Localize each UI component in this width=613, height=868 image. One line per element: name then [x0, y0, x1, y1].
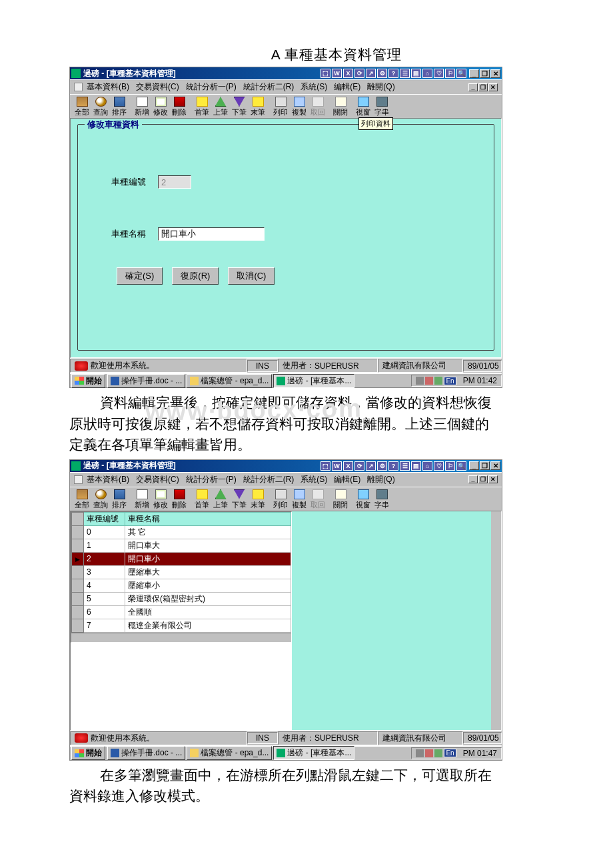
- systray-icon[interactable]: [425, 377, 433, 385]
- mdi-close-button[interactable]: ✕: [488, 83, 498, 91]
- toolbar-next-button[interactable]: 下筆: [230, 96, 249, 118]
- vehicle-name-input[interactable]: [158, 227, 265, 241]
- menu-stat1[interactable]: 統計分析一(P): [186, 81, 237, 93]
- menu-edit[interactable]: 編輯(E): [334, 474, 360, 485]
- toolbar-print-button[interactable]: 列印: [271, 489, 290, 511]
- close-button[interactable]: ✕: [490, 69, 500, 78]
- minimize-button[interactable]: _: [469, 461, 479, 470]
- toolbar-query-button[interactable]: 查詢: [91, 489, 110, 511]
- toolbar-first-button[interactable]: 首筆: [193, 96, 211, 118]
- toolbar-add-button[interactable]: 新增: [133, 489, 151, 511]
- systray-icon[interactable]: [434, 749, 442, 757]
- toolbar-sort-button[interactable]: 排序: [110, 489, 129, 511]
- menu-edit[interactable]: 編輯(E): [334, 81, 360, 93]
- close-button[interactable]: ✕: [490, 461, 500, 470]
- menu-trade[interactable]: 交易資料(C): [136, 81, 179, 93]
- col-header-id[interactable]: 車種編號: [84, 512, 125, 525]
- table-row[interactable]: 5榮運環保(箱型密封式): [72, 592, 291, 605]
- row-header: [72, 605, 84, 619]
- toolbar-del-button[interactable]: 刪除: [170, 489, 189, 511]
- systray-icon[interactable]: [425, 749, 433, 757]
- toolbar-view-button[interactable]: 視窗: [354, 96, 372, 118]
- menu-system[interactable]: 系統(S): [301, 474, 327, 485]
- status-user: SUPERUSR: [314, 733, 359, 743]
- toolbar-all-button[interactable]: 全部: [73, 96, 91, 118]
- toolbar-mod-button[interactable]: 修改: [151, 489, 170, 511]
- copy-icon: [294, 489, 305, 499]
- menu-system[interactable]: 系統(S): [301, 81, 327, 93]
- toolbar-view-button[interactable]: 視窗: [354, 489, 372, 511]
- systray-icon[interactable]: [416, 377, 424, 385]
- mdi-icon[interactable]: [74, 475, 83, 484]
- col-header-name[interactable]: 車種名稱: [125, 512, 291, 525]
- toolbar-font-button[interactable]: 字串: [372, 489, 391, 511]
- toolbar-add-button[interactable]: 新增: [133, 96, 151, 118]
- toolbar-next-button[interactable]: 下筆: [230, 489, 249, 511]
- taskbar-task-button[interactable]: 過磅 - [車種基本...: [273, 374, 354, 388]
- taskbar-task-button[interactable]: 檔案總管 - epa_d...: [187, 374, 272, 388]
- start-button[interactable]: 開始: [71, 374, 105, 388]
- toolbar-last-button[interactable]: 末筆: [249, 489, 267, 511]
- systray-icon[interactable]: [434, 377, 442, 385]
- toolbar-closef-button[interactable]: 關閉: [331, 489, 350, 511]
- minimize-button[interactable]: _: [469, 69, 479, 78]
- toolbar-prev-button[interactable]: 上筆: [211, 96, 230, 118]
- ok-button[interactable]: 確定(S): [117, 267, 163, 285]
- ime-indicator[interactable]: En: [444, 377, 456, 385]
- menu-basic[interactable]: 基本資料(B): [87, 474, 129, 485]
- mdi-minimize-button[interactable]: _: [468, 83, 478, 91]
- mdi-restore-button[interactable]: ❐: [478, 83, 488, 91]
- table-row[interactable]: 6全國順: [72, 605, 291, 619]
- toolbar-mod-button[interactable]: 修改: [151, 96, 170, 118]
- maximize-button[interactable]: ❐: [480, 69, 490, 78]
- window-controls[interactable]: _ ❐ ✕: [469, 461, 500, 470]
- copy-icon: [294, 97, 305, 107]
- cell-name: 開口車大: [125, 539, 291, 552]
- toolbar-print-button[interactable]: 列印: [271, 96, 290, 118]
- toolbar-closef-button[interactable]: 關閉: [331, 96, 350, 118]
- taskbar-task-button[interactable]: 操作手冊.doc - ...: [107, 746, 185, 760]
- restore-button[interactable]: 復原(R): [172, 267, 219, 285]
- mdi-close-button[interactable]: ✕: [488, 475, 498, 483]
- menu-stat2[interactable]: 統計分析二(R): [243, 474, 295, 485]
- toolbar-copy-button[interactable]: 複製: [290, 96, 308, 118]
- menu-stat2[interactable]: 統計分析二(R): [243, 81, 295, 93]
- cancel-button[interactable]: 取消(C): [228, 267, 275, 285]
- systray-icon[interactable]: [416, 749, 424, 757]
- toolbar-sort-button[interactable]: 排序: [110, 96, 129, 118]
- table-row[interactable]: 7穩達企業有限公司: [72, 619, 291, 632]
- taskbar-task-button[interactable]: 過磅 - [車種基本...: [273, 746, 354, 760]
- table-row[interactable]: 2開口車小: [72, 552, 291, 565]
- menu-basic[interactable]: 基本資料(B): [87, 81, 129, 93]
- maximize-button[interactable]: ❐: [480, 461, 490, 470]
- menu-exit[interactable]: 離開(Q): [367, 474, 394, 485]
- table-row[interactable]: 1開口車大: [72, 539, 291, 552]
- vertical-scrollbar[interactable]: [491, 511, 501, 730]
- ime-indicator[interactable]: En: [444, 749, 456, 757]
- menu-stat1[interactable]: 統計分析一(P): [186, 474, 237, 485]
- start-label: 開始: [86, 747, 102, 759]
- toolbar-font-button[interactable]: 字串: [372, 96, 391, 118]
- toolbar-all-button[interactable]: 全部: [73, 489, 91, 511]
- menu-trade[interactable]: 交易資料(C): [136, 474, 179, 485]
- data-grid[interactable]: 車種編號 車種名稱 0其 它1開口車大2開口車小3壓縮車大4壓縮車小5榮運環保(…: [71, 511, 292, 730]
- toolbar-prev-button[interactable]: 上筆: [211, 489, 230, 511]
- toolbar-del-button[interactable]: 刪除: [170, 96, 189, 118]
- toolbar-first-button[interactable]: 首筆: [193, 489, 211, 511]
- table-row[interactable]: 4壓縮車小: [72, 579, 291, 592]
- table-row[interactable]: 3壓縮車大: [72, 565, 291, 579]
- mdi-icon[interactable]: [74, 83, 83, 91]
- start-button[interactable]: 開始: [71, 746, 105, 760]
- menu-exit[interactable]: 離開(Q): [367, 81, 394, 93]
- grid-hscroll[interactable]: [71, 633, 291, 642]
- table-row[interactable]: 0其 它: [72, 525, 291, 539]
- toolbar-last-button[interactable]: 末筆: [249, 96, 267, 118]
- toolbar-query-button[interactable]: 查詢: [91, 96, 110, 118]
- taskbar-task-button[interactable]: 操作手冊.doc - ...: [107, 374, 185, 388]
- taskbar-task-button[interactable]: 檔案總管 - epa_d...: [187, 746, 272, 760]
- toolbar-copy-button[interactable]: 複製: [290, 489, 308, 511]
- window-controls[interactable]: _ ❐ ✕: [469, 69, 500, 78]
- last-icon: [253, 97, 264, 107]
- mdi-restore-button[interactable]: ❐: [478, 475, 488, 483]
- mdi-minimize-button[interactable]: _: [468, 475, 478, 483]
